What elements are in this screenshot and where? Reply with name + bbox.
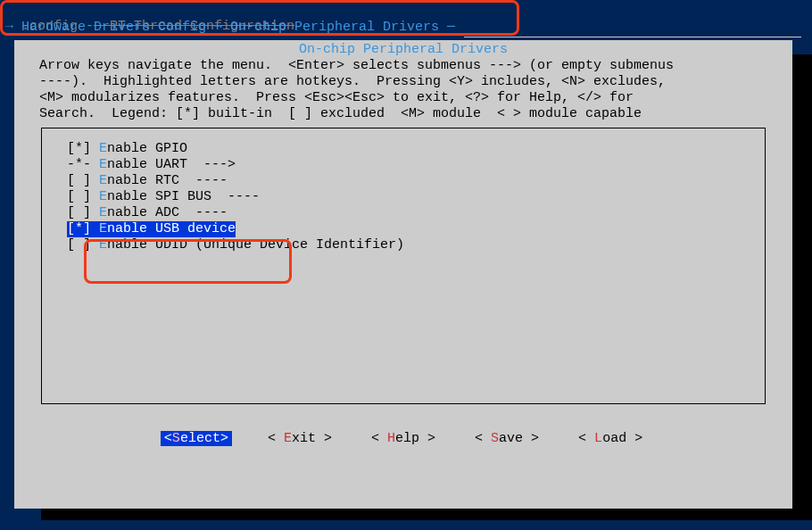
menu-item[interactable]: [*] Enable USB device [67, 221, 754, 237]
menu-item[interactable]: -*- Enable UART ---> [67, 157, 754, 173]
button-help[interactable]: < Help > [368, 431, 439, 446]
menu-item[interactable]: [ ] Enable RTC ---- [67, 173, 754, 189]
menu-item[interactable]: [ ] Enable SPI BUS ---- [67, 189, 754, 205]
button-load[interactable]: < Load > [575, 431, 646, 446]
dialog-screen: On-chip Peripheral Drivers Arrow keys na… [14, 40, 792, 509]
help-text: Arrow keys navigate the menu. <Enter> se… [14, 58, 792, 122]
dialog-title: On-chip Peripheral Drivers [14, 40, 792, 58]
menu-box: [*] Enable GPIO-*- Enable UART --->[ ] E… [41, 128, 766, 404]
menu-item[interactable]: [*] Enable GPIO [67, 141, 754, 157]
breadcrumb: → Hardware Drivers Config → On-chip Peri… [5, 20, 455, 35]
button-select[interactable]: <Select> [161, 431, 232, 446]
button-exit[interactable]: < Exit > [264, 431, 336, 446]
menu-item[interactable]: [ ] Enable UDID (Unique Device Identifie… [67, 237, 754, 253]
menu-item[interactable]: [ ] Enable ADC ---- [67, 205, 754, 221]
top-border-segment [464, 37, 801, 37]
button-save[interactable]: < Save > [471, 431, 543, 446]
button-row: <Select> < Exit > < Help > < Save > < Lo… [14, 431, 792, 446]
